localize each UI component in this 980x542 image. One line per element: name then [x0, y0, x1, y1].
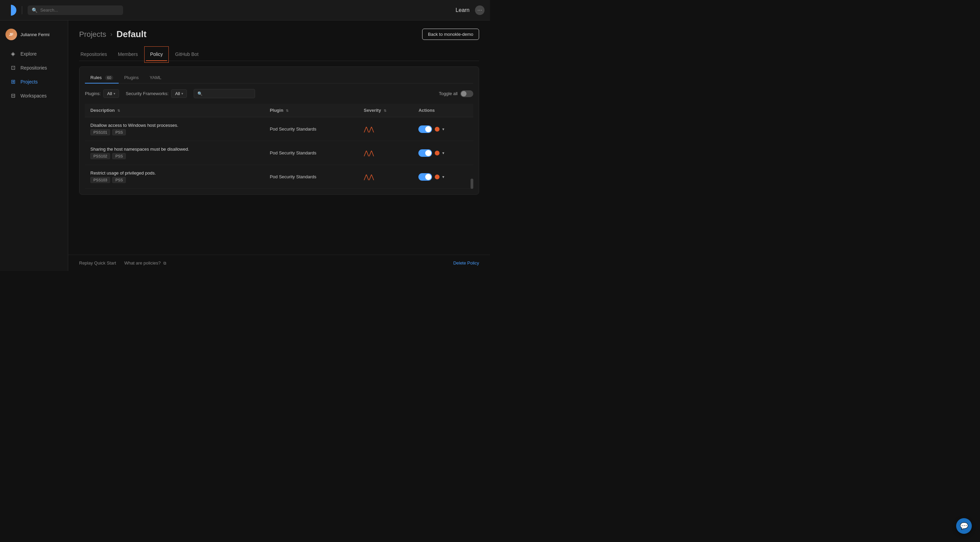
delete-policy-button[interactable]: Delete Policy [453, 261, 479, 265]
external-link-icon: ⧉ [163, 261, 166, 265]
chevron-down-icon[interactable]: ▾ [442, 175, 444, 179]
tag-pss103: PSS103 [91, 177, 110, 183]
chevron-down-icon[interactable]: ▾ [442, 127, 444, 132]
sidebar-item-label: Explore [21, 51, 37, 57]
sort-icon[interactable]: ⇅ [286, 109, 288, 113]
cell-severity: ⋀⋀ [358, 165, 413, 189]
footer: Replay Quick Start What are policies? ⧉ … [68, 254, 490, 271]
sidebar-item-label: Projects [21, 79, 38, 84]
search-icon: 🔍 [197, 91, 202, 96]
sort-icon[interactable]: ⇅ [383, 109, 387, 113]
actions-group: ▾ [418, 149, 468, 157]
toggle-all-switch[interactable] [460, 91, 473, 97]
actions-group: ▾ [418, 126, 468, 133]
chevron-down-icon: ▾ [113, 92, 115, 95]
replay-quick-start-link[interactable]: Replay Quick Start [79, 261, 116, 265]
sidebar-item-projects[interactable]: ⊞ Projects [3, 75, 65, 88]
severity-high-icon: ⋀⋀ [364, 149, 374, 156]
learn-link[interactable]: Learn [455, 7, 469, 13]
action-dot [435, 175, 439, 179]
col-plugin: Plugin ⇅ [264, 103, 358, 117]
actions-group: ▾ [418, 173, 468, 181]
filters-row: Plugins: All ▾ Security Frameworks: All … [85, 89, 473, 98]
tab-repositories[interactable]: Repositories [79, 48, 108, 61]
content-area: Projects › Default Back to monokle-demo … [68, 21, 490, 254]
tab-github-bot[interactable]: GitHub Bot [174, 48, 200, 61]
breadcrumb-projects[interactable]: Projects [79, 30, 106, 39]
tag-pss101: PSS101 [91, 129, 110, 135]
table-row: Restrict usage of privileged pods. PSS10… [85, 165, 473, 189]
severity-high-icon: ⋀⋀ [364, 126, 374, 133]
tag-pss: PSS [112, 129, 126, 135]
cell-severity: ⋀⋀ [358, 117, 413, 141]
main-layout: JF Julianne Fermi ◈ Explore ⊡ Repositori… [0, 21, 490, 271]
description-text: Restrict usage of privileged pods. [91, 170, 259, 176]
rules-search-input[interactable] [205, 91, 251, 96]
inner-tab-plugins[interactable]: Plugins [119, 72, 144, 84]
tag-pss102: PSS102 [91, 153, 110, 159]
chevron-down-icon: ▾ [181, 92, 183, 95]
avatar: JF [5, 29, 17, 40]
tag-pss: PSS [112, 153, 126, 159]
severity-high-icon: ⋀⋀ [364, 173, 374, 180]
repositories-icon: ⊡ [10, 64, 16, 71]
sidebar: JF Julianne Fermi ◈ Explore ⊡ Repositori… [0, 21, 68, 271]
cell-actions: ▾ [413, 117, 473, 141]
rule-toggle[interactable] [418, 126, 432, 133]
sidebar-item-repositories[interactable]: ⊡ Repositories [3, 61, 65, 74]
toggle-all-group: Toggle all [439, 91, 473, 97]
sort-icon[interactable]: ⇅ [117, 109, 120, 113]
sidebar-item-label: Workspaces [21, 93, 47, 99]
sidebar-item-workspaces[interactable]: ⊟ Workspaces [3, 89, 65, 102]
search-input[interactable] [40, 8, 119, 13]
policy-panel: Rules 60 Plugins YAML Plugins: [79, 67, 479, 195]
user-name: Julianne Fermi [21, 32, 49, 37]
plugins-filter-group: Plugins: All ▾ [85, 89, 119, 98]
workspaces-icon: ⊟ [10, 92, 16, 99]
inner-tab-rules[interactable]: Rules 60 [85, 72, 119, 84]
what-are-policies-link[interactable]: What are policies? ⧉ [124, 261, 166, 265]
cell-plugin: Pod Security Standards [264, 165, 358, 189]
sidebar-nav: ◈ Explore ⊡ Repositories ⊞ Projects ⊟ Wo… [0, 47, 68, 102]
back-to-project-button[interactable]: Back to monokle-demo [422, 29, 479, 40]
sidebar-item-explore[interactable]: ◈ Explore [3, 47, 65, 60]
cell-plugin: Pod Security Standards [264, 141, 358, 165]
table-row: Sharing the host namespaces must be disa… [85, 141, 473, 165]
rule-toggle[interactable] [418, 149, 432, 157]
tab-members[interactable]: Members [117, 48, 139, 61]
tab-policy[interactable]: Policy [146, 48, 167, 61]
rules-table: Description ⇅ Plugin ⇅ Severity ⇅ [85, 103, 473, 189]
breadcrumb-separator: › [110, 31, 112, 38]
security-frameworks-filter-label: Security Frameworks: [126, 91, 169, 96]
scrollbar-thumb[interactable] [471, 179, 473, 189]
sidebar-item-label: Repositories [21, 65, 47, 71]
chevron-down-icon[interactable]: ▾ [442, 151, 444, 156]
security-frameworks-filter-select[interactable]: All ▾ [171, 89, 186, 98]
table-body: Disallow access to Windows host processe… [85, 117, 473, 189]
security-frameworks-filter-group: Security Frameworks: All ▾ [126, 89, 187, 98]
topbar-menu-button[interactable]: ⋯ [475, 5, 485, 15]
description-text: Disallow access to Windows host processe… [91, 123, 259, 128]
cell-actions: ▾ [413, 141, 473, 165]
page-header: Projects › Default Back to monokle-demo [79, 29, 479, 40]
action-dot [435, 151, 439, 156]
plugins-filter-select[interactable]: All ▾ [103, 89, 119, 98]
breadcrumb-current: Default [116, 29, 146, 40]
cell-description: Disallow access to Windows host processe… [85, 117, 264, 141]
rules-count-badge: 60 [105, 75, 113, 80]
projects-icon: ⊞ [10, 78, 16, 85]
search-bar[interactable]: 🔍 [28, 5, 123, 15]
breadcrumb: Projects › Default [79, 29, 146, 40]
description-text: Sharing the host namespaces must be disa… [91, 146, 259, 152]
toggle-all-label: Toggle all [439, 91, 458, 96]
footer-left: Replay Quick Start What are policies? ⧉ [79, 261, 166, 265]
rules-table-container: Description ⇅ Plugin ⇅ Severity ⇅ [85, 103, 473, 189]
app-logo [5, 5, 16, 16]
rules-search[interactable]: 🔍 [194, 89, 255, 98]
cell-description: Restrict usage of privileged pods. PSS10… [85, 165, 264, 189]
inner-tab-yaml[interactable]: YAML [144, 72, 167, 84]
outer-tabs: Repositories Members Policy GitHub Bot [79, 48, 479, 61]
rule-toggle[interactable] [418, 173, 432, 181]
description-tags: PSS101 PSS [91, 129, 259, 135]
user-initials: JF [9, 32, 14, 37]
